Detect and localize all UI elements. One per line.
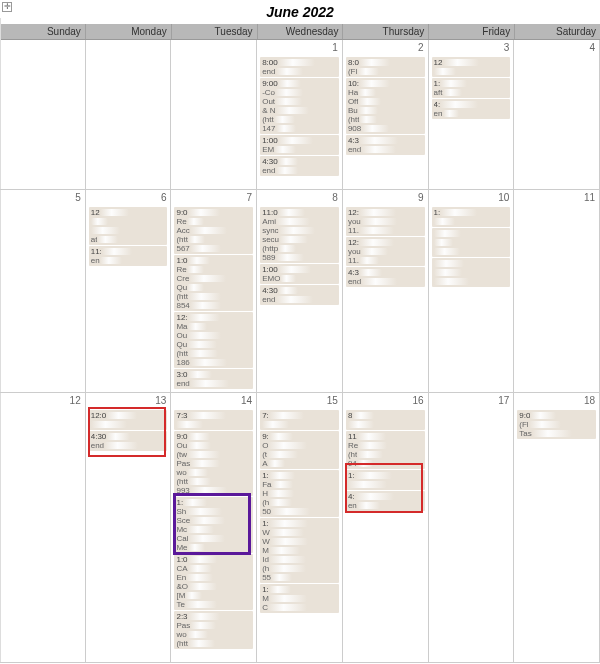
weekday-header: SundayMondayTuesdayWednesdayThursdayFrid…	[0, 24, 600, 40]
calendar-event[interactable]: 11Re(ht94	[346, 431, 425, 469]
calendar-day[interactable]: 16811Re(ht941:4:en	[343, 393, 429, 663]
calendar-event[interactable]: 9:00-CoOut& N(htt147	[260, 78, 339, 134]
calendar-event[interactable]: 1:	[432, 207, 511, 227]
day-number: 1	[332, 42, 338, 53]
day-number: 7	[247, 192, 253, 203]
calendar-event[interactable]: 1:0CAEn&O[MTe	[174, 554, 253, 610]
calendar-event[interactable]: 2:3Paswo(htt	[174, 611, 253, 649]
calendar-event[interactable]: 1:00EM	[260, 135, 339, 155]
calendar-day[interactable]: 1312:04:30end	[86, 393, 172, 663]
calendar-event[interactable]: 4:3end	[346, 135, 425, 155]
calendar-event[interactable]: 9:0ReAcc(htt567	[174, 207, 253, 254]
calendar-day[interactable]: 11	[514, 190, 600, 393]
event-text-fragment: en	[434, 109, 443, 118]
event-text-fragment: Re	[176, 217, 186, 226]
event-text-fragment: (htt	[262, 115, 274, 124]
day-number: 16	[412, 395, 423, 406]
calendar-event[interactable]: 9:O(tA	[260, 431, 339, 469]
calendar-day[interactable]: 157:9:O(tA1:FaH(h501:WWMId(h551:MC	[257, 393, 343, 663]
calendar-event[interactable]: 12:you11.	[346, 207, 425, 236]
event-text-fragment: 55	[262, 573, 271, 582]
calendar-day[interactable]: 5	[0, 190, 86, 393]
calendar-event[interactable]: 4:30end	[89, 431, 168, 451]
calendar-event[interactable]	[432, 258, 511, 287]
event-text-fragment: (h	[262, 564, 269, 573]
calendar-event[interactable]: 1:ShSceMcCalMe	[174, 497, 253, 553]
weekday-header-cell: Tuesday	[172, 24, 258, 39]
calendar-event[interactable]: 7:3	[174, 410, 253, 430]
calendar-event[interactable]: 10:HaOffBu(htt908	[346, 78, 425, 134]
event-text-fragment: En	[176, 573, 186, 582]
calendar-day[interactable]: 612at11:en	[86, 190, 172, 393]
calendar-event[interactable]: 11:0Amisyncsecu(http589	[260, 207, 339, 263]
event-time: 12:	[176, 313, 187, 322]
event-text-fragment: (htt	[348, 115, 360, 124]
day-number: 11	[584, 192, 595, 203]
event-text-fragment: en	[91, 256, 100, 265]
event-time: 1:	[262, 585, 269, 594]
calendar-event[interactable]: 8:00end	[260, 57, 339, 77]
event-time: 4:3	[348, 136, 359, 145]
calendar-day[interactable]: 18:00end9:00-CoOut& N(htt1471:00EM4:30en…	[257, 40, 343, 190]
calendar-day[interactable]: 12	[0, 393, 86, 663]
event-text-fragment: Qu	[176, 340, 187, 349]
calendar-event[interactable]: 12	[432, 57, 511, 77]
event-time: 1:	[262, 471, 269, 480]
calendar-event[interactable]: 1:0ReCreQu(htt854	[174, 255, 253, 311]
calendar-event[interactable]: 1:MC	[260, 584, 339, 613]
event-time: 1:00	[262, 265, 278, 274]
calendar-event[interactable]: 12:0	[89, 410, 168, 430]
event-text-fragment: Te	[176, 600, 184, 609]
calendar-day[interactable]: 912:you11.12:you11.4:3end	[343, 190, 429, 393]
calendar-event[interactable]: 12:you11.	[346, 237, 425, 266]
event-text-fragment: Bu	[348, 106, 358, 115]
event-text-fragment: (ht	[348, 450, 357, 459]
calendar-day[interactable]: 101:	[429, 190, 515, 393]
event-time: 2:3	[176, 612, 187, 621]
calendar-event[interactable]: 1:00EMO	[260, 264, 339, 284]
event-text-fragment: (Fl	[519, 420, 528, 429]
calendar-day[interactable]	[0, 40, 86, 190]
event-text-fragment: 186	[176, 358, 189, 367]
calendar-day[interactable]: 3121:aft4:en	[429, 40, 515, 190]
calendar-event[interactable]: 9:0Ou(twPaswo(htt993	[174, 431, 253, 496]
calendar-event[interactable]: 12at	[89, 207, 168, 245]
event-time: 1:	[434, 79, 441, 88]
expand-icon[interactable]: ✛	[2, 2, 12, 12]
calendar-event[interactable]: 4:30end	[260, 285, 339, 305]
event-time: 7:	[262, 411, 269, 420]
event-text-fragment: (h	[262, 498, 269, 507]
calendar-event[interactable]: 7:	[260, 410, 339, 430]
event-text-fragment: Qu	[176, 283, 187, 292]
calendar-event[interactable]: 11:en	[89, 246, 168, 266]
calendar-event[interactable]: 1:WWMId(h55	[260, 518, 339, 583]
calendar-event[interactable]: 12:MaOuQu(htt186	[174, 312, 253, 368]
calendar-event[interactable]: 3:0end	[174, 369, 253, 389]
calendar-event[interactable]: 1:FaH(h50	[260, 470, 339, 517]
calendar-event[interactable]: 8:0(Fl	[346, 57, 425, 77]
calendar-event[interactable]: 9:0(FlTas	[517, 410, 596, 439]
calendar-day[interactable]: 811:0Amisyncsecu(http5891:00EMO4:30end	[257, 190, 343, 393]
calendar-day[interactable]: 4	[514, 40, 600, 190]
calendar-event[interactable]: 4:en	[432, 99, 511, 119]
calendar-day[interactable]	[171, 40, 257, 190]
event-text-fragment: Sh	[176, 507, 186, 516]
calendar-day[interactable]: 79:0ReAcc(htt5671:0ReCreQu(htt85412:MaOu…	[171, 190, 257, 393]
event-time: 12:0	[91, 411, 107, 420]
calendar-event[interactable]: 8	[346, 410, 425, 430]
event-text-fragment: Cal	[176, 534, 188, 543]
calendar-event[interactable]: 4:en	[346, 491, 425, 511]
event-time: 12:	[348, 238, 359, 247]
calendar-event[interactable]: 4:30end	[260, 156, 339, 176]
calendar-event[interactable]: 1:aft	[432, 78, 511, 98]
calendar-day[interactable]: 28:0(Fl10:HaOffBu(htt9084:3end	[343, 40, 429, 190]
calendar-day[interactable]: 147:39:0Ou(twPaswo(htt9931:ShSceMcCalMe1…	[171, 393, 257, 663]
calendar-day[interactable]: 17	[429, 393, 515, 663]
event-text-fragment: 147	[262, 124, 275, 133]
calendar-event[interactable]: 1:	[346, 470, 425, 490]
calendar-day[interactable]	[86, 40, 172, 190]
calendar-event[interactable]	[432, 228, 511, 257]
calendar-day[interactable]: 189:0(FlTas	[514, 393, 600, 663]
event-text-fragment: Fa	[262, 480, 271, 489]
calendar-event[interactable]: 4:3end	[346, 267, 425, 287]
